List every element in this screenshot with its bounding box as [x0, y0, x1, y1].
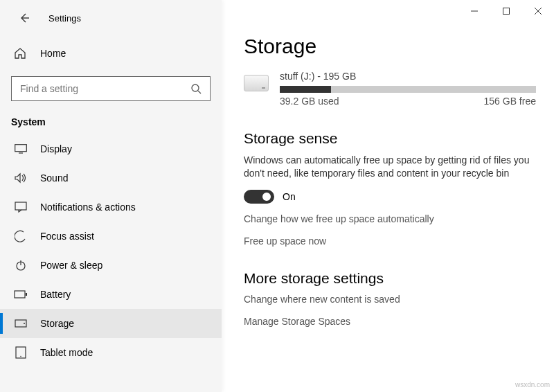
- storage-bar: [280, 86, 536, 93]
- section-label: System: [0, 105, 222, 134]
- window-controls: [458, 0, 554, 22]
- storage-free-label: 156 GB free: [484, 96, 537, 107]
- storage-icon: [14, 319, 28, 328]
- link-change-free-up[interactable]: Change how we free up space automaticall…: [244, 213, 536, 224]
- main-content: Storage stuff (J:) - 195 GB 39.2 GB used…: [222, 0, 554, 392]
- storage-sense-desc: Windows can automatically free up space …: [244, 154, 536, 180]
- nav-list: Display Sound Notifications & actions Fo…: [0, 134, 222, 367]
- storage-sense-toggle-row: On: [244, 190, 536, 204]
- minimize-button[interactable]: [458, 0, 490, 22]
- sidebar-item-display[interactable]: Display: [0, 134, 222, 163]
- drive-name: stuff (J:) - 195 GB: [280, 71, 536, 82]
- svg-rect-5: [26, 293, 27, 296]
- watermark: wsxdn.com: [515, 381, 550, 389]
- sidebar-item-sound[interactable]: Sound: [0, 163, 222, 193]
- sidebar: Settings Home System Display Sound Notif…: [0, 0, 222, 392]
- home-icon: [14, 47, 28, 60]
- drive-info: stuff (J:) - 195 GB 39.2 GB used 156 GB …: [280, 71, 536, 107]
- battery-icon: [14, 290, 28, 299]
- svg-rect-1: [15, 145, 27, 152]
- svg-point-9: [20, 356, 21, 357]
- storage-bar-used: [280, 86, 331, 93]
- search-input[interactable]: [20, 83, 190, 94]
- sidebar-item-label: Storage: [40, 318, 74, 329]
- sidebar-item-label: Focus assist: [40, 231, 94, 242]
- sidebar-item-label: Tablet mode: [40, 347, 93, 358]
- titlebar: Settings: [0, 6, 222, 30]
- close-button[interactable]: [522, 0, 554, 22]
- sidebar-item-storage[interactable]: Storage: [0, 309, 222, 338]
- sidebar-item-tablet-mode[interactable]: Tablet mode: [0, 338, 222, 367]
- power-icon: [14, 260, 28, 271]
- link-free-up-now[interactable]: Free up space now: [244, 235, 536, 247]
- back-button[interactable]: [15, 9, 33, 27]
- titlebar-label: Settings: [48, 13, 81, 24]
- sidebar-item-power-sleep[interactable]: Power & sleep: [0, 251, 222, 280]
- notifications-icon: [14, 202, 28, 213]
- svg-rect-2: [15, 202, 26, 210]
- drive-icon: [244, 75, 269, 91]
- close-icon: [535, 8, 542, 15]
- back-arrow-icon: [19, 12, 30, 24]
- link-storage-spaces[interactable]: Manage Storage Spaces: [244, 316, 536, 327]
- sidebar-item-battery[interactable]: Battery: [0, 280, 222, 309]
- sidebar-item-label: Notifications & actions: [40, 202, 136, 213]
- sidebar-item-notifications[interactable]: Notifications & actions: [0, 193, 222, 222]
- svg-rect-10: [503, 8, 510, 15]
- link-new-content[interactable]: Change where new content is saved: [244, 294, 536, 305]
- home-label: Home: [40, 48, 66, 59]
- svg-rect-4: [15, 291, 25, 298]
- page-title: Storage: [244, 35, 536, 58]
- storage-sense-heading: Storage sense: [244, 130, 536, 147]
- svg-point-0: [192, 84, 199, 91]
- focus-assist-icon: [14, 230, 28, 242]
- sidebar-item-focus-assist[interactable]: Focus assist: [0, 222, 222, 251]
- sound-icon: [14, 172, 28, 184]
- home-button[interactable]: Home: [0, 39, 222, 68]
- maximize-icon: [503, 8, 510, 15]
- search-box[interactable]: [11, 76, 211, 101]
- search-icon: [190, 83, 202, 94]
- sidebar-item-label: Power & sleep: [40, 260, 102, 271]
- sidebar-item-label: Battery: [40, 289, 71, 300]
- storage-sense-toggle-label: On: [283, 191, 296, 202]
- storage-used-label: 39.2 GB used: [280, 96, 339, 107]
- storage-sense-toggle[interactable]: [244, 190, 274, 204]
- storage-bar-labels: 39.2 GB used 156 GB free: [280, 96, 536, 107]
- maximize-button[interactable]: [490, 0, 522, 22]
- svg-point-7: [24, 323, 25, 324]
- drive-row[interactable]: stuff (J:) - 195 GB 39.2 GB used 156 GB …: [244, 71, 536, 107]
- sidebar-item-label: Display: [40, 143, 72, 154]
- minimize-icon: [471, 8, 478, 15]
- sidebar-item-label: Sound: [40, 172, 68, 184]
- tablet-icon: [14, 346, 28, 359]
- display-icon: [14, 144, 28, 154]
- more-storage-heading: More storage settings: [244, 270, 536, 287]
